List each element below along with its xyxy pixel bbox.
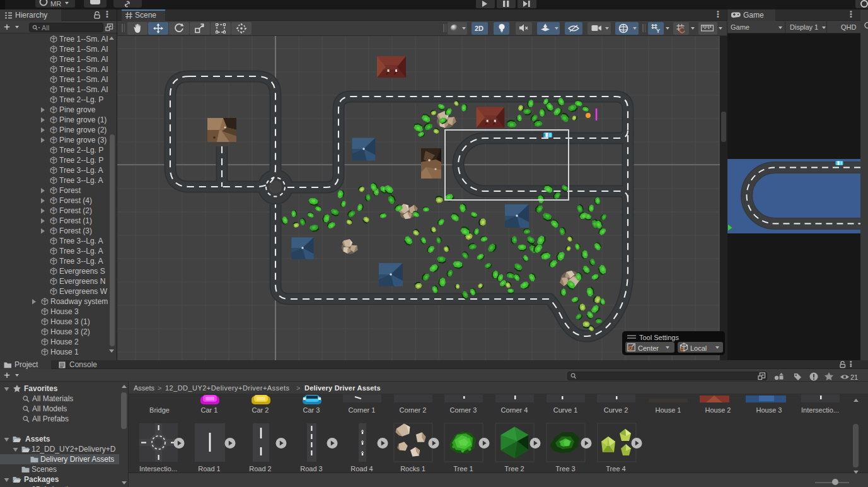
svg-text:Intersectio...: Intersectio... — [801, 406, 839, 414]
svg-text:Corner 1: Corner 1 — [349, 406, 376, 414]
svg-text:Road 4: Road 4 — [350, 465, 373, 472]
svg-text:Curve 1: Curve 1 — [553, 406, 578, 414]
svg-text:Road 3: Road 3 — [300, 465, 322, 472]
svg-text:Car 1: Car 1 — [201, 406, 218, 414]
svg-text:Road 2: Road 2 — [249, 465, 271, 472]
svg-text:Corner 2: Corner 2 — [400, 406, 427, 414]
svg-text:Bridge: Bridge — [149, 406, 170, 414]
svg-text:Tree 1: Tree 1 — [453, 465, 473, 472]
svg-text:House 3: House 3 — [756, 406, 782, 414]
svg-text:House 1: House 1 — [656, 406, 681, 414]
svg-text:Car 2: Car 2 — [252, 406, 269, 414]
svg-text:Curve 2: Curve 2 — [604, 406, 628, 414]
svg-text:House 2: House 2 — [705, 406, 731, 414]
svg-text:Tree 4: Tree 4 — [606, 465, 625, 472]
svg-text:Tree 2: Tree 2 — [504, 465, 524, 472]
svg-text:Tree 3: Tree 3 — [555, 465, 575, 472]
svg-text:Rocks 1: Rocks 1 — [400, 465, 425, 472]
svg-text:Car 3: Car 3 — [303, 406, 320, 414]
svg-text:Road 1: Road 1 — [198, 465, 220, 472]
svg-text:Corner 3: Corner 3 — [450, 406, 477, 414]
svg-text:Y: Y — [656, 28, 660, 33]
svg-text:Intersectio...: Intersectio... — [139, 465, 177, 472]
svg-text:Corner 4: Corner 4 — [501, 406, 528, 414]
